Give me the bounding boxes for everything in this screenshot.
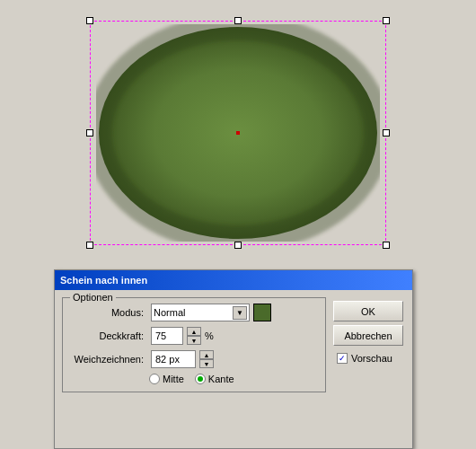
deckkraft-stepper-down[interactable]: ▼ [187, 336, 201, 345]
modus-row: Modus: Normal ▼ [72, 304, 316, 321]
deckkraft-row: Deckkraft: 75 ▲ ▼ % [72, 327, 316, 345]
weichzeichnen-input[interactable]: 82 px [151, 350, 196, 368]
deckkraft-stepper[interactable]: ▲ ▼ [187, 327, 201, 345]
dropdown-arrow-icon: ▼ [236, 309, 243, 317]
deckkraft-value: 75 [155, 330, 166, 341]
modus-label: Modus: [72, 307, 144, 318]
radio-kante-circle[interactable] [195, 374, 206, 384]
options-legend: Optionen [70, 292, 116, 303]
weichzeichnen-label: Weichzeichnen: [72, 354, 144, 365]
vorschau-label: Vorschau [351, 353, 392, 364]
radio-mitte-label: Mitte [163, 374, 184, 384]
dialog-body: Optionen Modus: Normal ▼ Deckkraft: 75 [55, 290, 412, 400]
weichzeichnen-stepper-up[interactable]: ▲ [199, 350, 214, 359]
dialog-title: Schein nach innen [60, 275, 147, 286]
checkbox-check-icon: ✓ [339, 354, 346, 363]
buttons-panel: OK Abbrechen ✓ Vorschau [333, 297, 405, 392]
color-swatch[interactable] [253, 304, 271, 321]
weichzeichnen-row: Weichzeichnen: 82 px ▲ ▼ [72, 350, 316, 368]
weichzeichnen-value: 82 px [155, 354, 180, 365]
modus-select[interactable]: Normal ▼ [151, 304, 250, 321]
modus-dropdown-arrow[interactable]: ▼ [233, 306, 247, 320]
deckkraft-stepper-up[interactable]: ▲ [187, 327, 201, 336]
canvas-area [0, 0, 476, 265]
abbrechen-button[interactable]: Abbrechen [333, 325, 403, 346]
dialog-schein-nach-innen: Schein nach innen Optionen Modus: Normal… [54, 269, 413, 449]
center-dot [236, 131, 240, 135]
deckkraft-unit: % [205, 330, 214, 341]
dialog-titlebar[interactable]: Schein nach innen [55, 270, 412, 290]
deckkraft-label: Deckkraft: [72, 330, 144, 341]
radio-kante[interactable]: Kante [195, 374, 234, 384]
radio-mitte-circle[interactable] [149, 374, 160, 384]
vorschau-checkbox[interactable]: ✓ [337, 353, 348, 364]
ok-button[interactable]: OK [333, 301, 403, 321]
radio-kante-label: Kante [208, 374, 234, 384]
deckkraft-input[interactable]: 75 [151, 327, 183, 345]
vorschau-row[interactable]: ✓ Vorschau [333, 353, 405, 364]
radio-mitte[interactable]: Mitte [149, 374, 184, 384]
options-group: Optionen Modus: Normal ▼ Deckkraft: 75 [62, 297, 326, 392]
weichzeichnen-stepper[interactable]: ▲ ▼ [199, 350, 214, 368]
selection-box [90, 21, 386, 245]
radio-row: Mitte Kante [72, 374, 316, 384]
weichzeichnen-stepper-down[interactable]: ▼ [199, 359, 214, 368]
